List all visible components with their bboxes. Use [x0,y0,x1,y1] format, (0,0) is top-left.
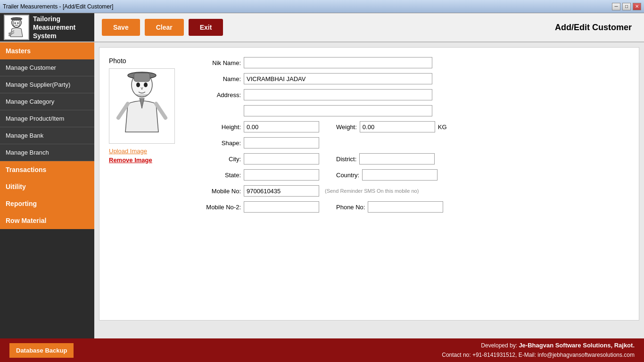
svg-point-10 [136,82,140,87]
save-button[interactable]: Save [102,19,140,36]
svg-rect-9 [134,73,150,82]
close-button[interactable]: ✕ [633,3,641,10]
country-label: Country: [336,172,359,179]
district-input[interactable] [359,153,435,165]
height-label: Height: [194,123,241,131]
main-header: Tailoring Measurement System Save Clear … [0,13,644,42]
dev-contact: Contact no: +91-8141931512, E-Mail: info… [442,351,635,360]
city-input[interactable] [244,153,319,165]
name-input[interactable] [244,73,432,84]
shape-input[interactable] [244,137,319,148]
page-title: Add/Edit Customer [555,23,636,33]
toolbar-block: Save Clear Exit Add/Edit Customer [94,13,644,41]
phone-group: Phone No: [322,201,443,213]
address2-input[interactable] [244,105,432,116]
svg-point-6 [8,34,10,36]
form-panel: Photo [99,47,639,321]
nik-name-row: Nik Name: [194,57,629,68]
brand-logo [4,15,29,40]
dev-by-label: Developed by: [481,342,517,349]
sidebar-masters[interactable]: Masters [0,42,94,59]
database-backup-button[interactable]: Database Backup [9,343,74,358]
mobile2-phone-row: Mobile No-2: Phone No: [194,201,629,213]
photo-label: Photo [109,57,184,65]
height-weight-row: Height: Weight: KG [194,121,629,132]
weight-group: Weight: KG [322,121,447,132]
svg-point-2 [11,17,22,20]
photo-box [109,68,175,144]
mobile2-input[interactable] [244,201,319,213]
district-group: District: [322,153,435,165]
body-area: Masters Manage Customer Manage Supplier(… [0,42,644,338]
svg-point-4 [17,23,19,24]
district-label: District: [336,156,356,163]
sms-note: (Send Reminder SMS On this mobile no) [325,188,419,194]
address2-row [194,105,629,116]
dev-name: Je-Bhagvan Software Solutions, Rajkot. [519,342,635,349]
sidebar-item-manage-supplier[interactable]: Manage Supplier(Party) [0,76,94,93]
phone-label: Phone No: [336,204,365,211]
photo-section: Photo [109,57,184,217]
maximize-button[interactable]: □ [622,3,631,10]
mobile2-label: Mobile No-2: [194,204,241,211]
country-group: Country: [322,169,438,181]
svg-point-3 [15,23,16,24]
sidebar-item-manage-customer[interactable]: Manage Customer [0,59,94,76]
height-input[interactable] [244,121,319,132]
clear-button[interactable]: Clear [145,19,184,36]
minimize-button[interactable]: ─ [612,3,620,10]
exit-button[interactable]: Exit [189,19,223,36]
weight-input[interactable] [360,121,435,132]
name-label: Name: [194,75,241,82]
state-input[interactable] [244,169,319,181]
sidebar: Masters Manage Customer Manage Supplier(… [0,42,94,338]
window-title: Trailer Measurements - [Add/Edit Custome… [3,3,113,10]
sidebar-item-manage-product[interactable]: Manage Product/Item [0,110,94,127]
state-country-row: State: Country: [194,169,629,181]
content-area: Photo [94,42,644,338]
phone-input[interactable] [368,201,443,213]
sidebar-item-manage-branch[interactable]: Manage Branch [0,144,94,161]
brand-name: Tailoring Measurement System [33,15,91,41]
shape-row: Shape: [194,137,629,148]
remove-image-link[interactable]: Remove Image [109,156,184,164]
address-row: Address: [194,89,629,100]
sidebar-utility[interactable]: Uitility [0,178,94,195]
shape-label: Shape: [194,140,241,147]
nik-name-label: Nik Name: [194,59,241,66]
title-bar: Trailer Measurements - [Add/Edit Custome… [0,0,644,13]
svg-point-5 [8,33,10,34]
sidebar-rowmaterial[interactable]: Row Material [0,212,94,229]
window-controls: ─ □ ✕ [612,3,641,10]
upload-image-link[interactable]: Upload Image [109,148,184,155]
form-layout: Photo [109,57,629,217]
state-label: State: [194,172,241,179]
address-label: Address: [194,91,241,99]
svg-point-11 [144,82,148,87]
nik-name-input[interactable] [244,57,432,68]
sidebar-item-manage-bank[interactable]: Manage Bank [0,127,94,144]
weight-label: Weight: [336,123,357,131]
weight-unit: KG [438,123,447,131]
city-district-row: City: District: [194,153,629,165]
brand-block: Tailoring Measurement System [0,13,94,41]
fields-section: Nik Name: Name: Address: [194,57,629,217]
country-input[interactable] [362,169,438,181]
mobile-row: Mobile No: (Send Reminder SMS On this mo… [194,185,629,197]
mobile-label: Mobile No: [194,188,241,195]
address-input[interactable] [244,89,432,100]
footer: Database Backup Developed by: Je-Bhagvan… [0,338,644,362]
footer-dev-info: Developed by: Je-Bhagvan Software Soluti… [442,341,635,360]
sidebar-item-manage-category[interactable]: Manage Category [0,93,94,110]
sidebar-transactions[interactable]: Transactions [0,161,94,178]
city-label: City: [194,156,241,163]
name-row: Name: [194,73,629,84]
mobile-input[interactable] [244,185,319,197]
sidebar-reporting[interactable]: Reporting [0,195,94,212]
